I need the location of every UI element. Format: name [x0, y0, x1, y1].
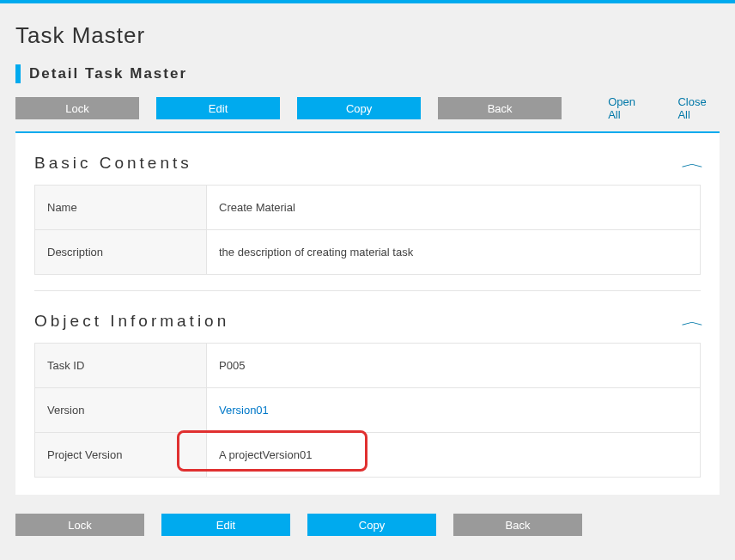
table-row: Version Version01 — [35, 388, 701, 433]
back-button[interactable]: Back — [438, 97, 562, 119]
label-project-version: Project Version — [35, 433, 207, 478]
value-version: Version01 — [207, 388, 701, 433]
chevron-up-icon: ︿ — [681, 315, 706, 327]
section-header-object[interactable]: Object Information ︿ — [34, 307, 701, 343]
label-version: Version — [35, 388, 207, 433]
label-task-id: Task ID — [35, 344, 207, 388]
version-link[interactable]: Version01 — [219, 404, 269, 417]
copy-button-bottom[interactable]: Copy — [307, 514, 436, 536]
subtitle-row: Detail Task Master — [0, 64, 735, 83]
table-row: Name Create Material — [35, 186, 701, 230]
open-all-link[interactable]: Open All — [608, 95, 648, 121]
value-name: Create Material — [207, 186, 701, 230]
table-row: Task ID P005 — [35, 344, 701, 388]
basic-contents-table: Name Create Material Description the des… — [34, 185, 701, 275]
subtitle-accent-bar — [15, 64, 21, 83]
section-header-basic[interactable]: Basic Contents ︿ — [34, 149, 701, 185]
value-task-id: P005 — [207, 344, 701, 388]
bottom-toolbar: Lock Edit Copy Back — [0, 495, 735, 536]
value-description: the description of creating material tas… — [207, 230, 701, 275]
label-name: Name — [35, 186, 207, 230]
lock-button-bottom[interactable]: Lock — [15, 514, 144, 536]
label-description: Description — [35, 230, 207, 275]
edit-button[interactable]: Edit — [156, 97, 280, 119]
copy-button[interactable]: Copy — [297, 97, 421, 119]
table-row: Description the description of creating … — [35, 230, 701, 275]
chevron-up-icon: ︿ — [681, 157, 706, 169]
section-basic-contents: Basic Contents ︿ Name Create Material De… — [34, 149, 701, 275]
page-title: Task Master — [0, 3, 735, 64]
subtitle-text: Detail Task Master — [29, 65, 187, 82]
lock-button[interactable]: Lock — [15, 97, 139, 119]
section-title-object: Object Information — [34, 312, 229, 331]
value-project-version: A projectVersion01 — [207, 433, 701, 478]
table-row: Project Version A projectVersion01 — [35, 433, 701, 478]
top-toolbar: Lock Edit Copy Back Open All Close All — [0, 95, 735, 131]
section-object-information: Object Information ︿ Task ID P005 Versio… — [34, 307, 701, 478]
section-title-basic: Basic Contents — [34, 154, 192, 173]
back-button-bottom[interactable]: Back — [453, 514, 582, 536]
close-all-link[interactable]: Close All — [677, 95, 720, 121]
edit-button-bottom[interactable]: Edit — [161, 514, 290, 536]
detail-panel: Basic Contents ︿ Name Create Material De… — [15, 131, 720, 495]
object-information-table: Task ID P005 Version Version01 Project V… — [34, 343, 701, 478]
section-divider — [34, 290, 701, 291]
